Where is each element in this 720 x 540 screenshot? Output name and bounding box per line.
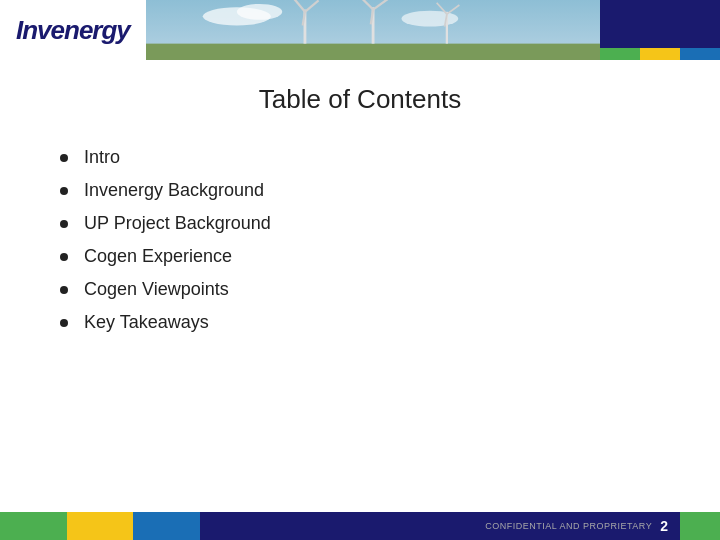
content-area: IntroInvenergy BackgroundUP Project Back…	[0, 131, 720, 349]
footer-yellow-bar	[67, 512, 134, 540]
header-green-bar	[600, 48, 640, 60]
footer-green-bar	[0, 512, 67, 540]
toc-item-label: Cogen Experience	[84, 246, 232, 267]
header-navy-bar	[600, 0, 720, 48]
toc-item-label: Key Takeaways	[84, 312, 209, 333]
toc-list-item: UP Project Background	[60, 207, 660, 240]
svg-point-4	[237, 4, 282, 20]
title-section: Table of Contents	[0, 60, 720, 131]
toc-bullet	[60, 187, 68, 195]
page-title: Table of Contents	[0, 84, 720, 115]
confidential-label: CONFIDENTIAL AND PROPRIETARY	[485, 521, 652, 531]
toc-item-label: Cogen Viewpoints	[84, 279, 229, 300]
header-blue-bar	[680, 48, 720, 60]
toc-list: IntroInvenergy BackgroundUP Project Back…	[60, 141, 660, 339]
toc-item-label: UP Project Background	[84, 213, 271, 234]
toc-bullet	[60, 319, 68, 327]
toc-list-item: Key Takeaways	[60, 306, 660, 339]
toc-item-label: Intro	[84, 147, 120, 168]
footer-right-accent	[680, 512, 720, 540]
toc-item-label: Invenergy Background	[84, 180, 264, 201]
header-yellow-bar	[640, 48, 680, 60]
toc-bullet	[60, 286, 68, 294]
page-number: 2	[660, 518, 668, 534]
logo-area: Invenergy	[0, 0, 146, 60]
svg-rect-2	[146, 44, 600, 60]
footer-blue-bar	[133, 512, 200, 540]
toc-list-item: Cogen Viewpoints	[60, 273, 660, 306]
toc-bullet	[60, 154, 68, 162]
header: Invenergy	[0, 0, 720, 60]
toc-list-item: Cogen Experience	[60, 240, 660, 273]
footer: CONFIDENTIAL AND PROPRIETARY 2	[0, 512, 720, 540]
footer-navy-bar	[200, 512, 473, 540]
toc-bullet	[60, 220, 68, 228]
logo-text: Invenergy	[16, 15, 130, 46]
toc-list-item: Intro	[60, 141, 660, 174]
footer-right: CONFIDENTIAL AND PROPRIETARY 2	[473, 512, 680, 540]
header-image	[146, 0, 600, 60]
header-right-accent	[600, 0, 720, 60]
footer-color-bars	[0, 512, 200, 540]
header-color-bars	[600, 48, 720, 60]
toc-bullet	[60, 253, 68, 261]
toc-list-item: Invenergy Background	[60, 174, 660, 207]
